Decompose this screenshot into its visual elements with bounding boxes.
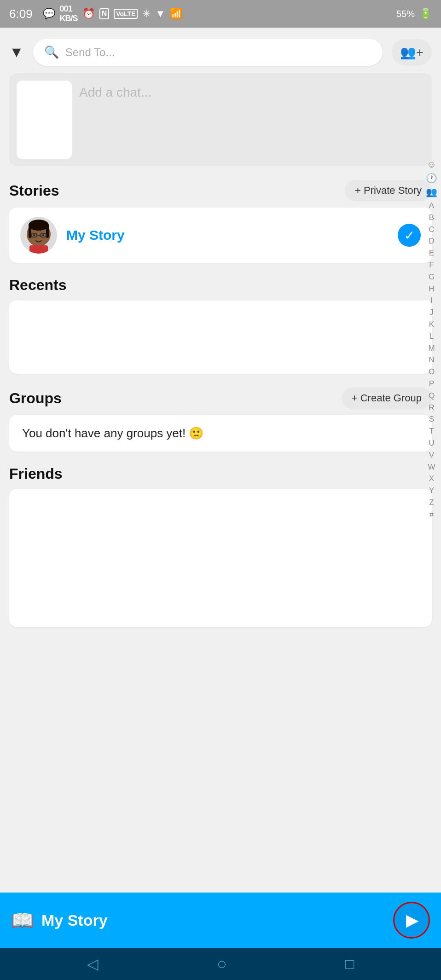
svg-point-1 <box>29 220 49 231</box>
create-group-button[interactable]: + Create Group <box>342 388 432 409</box>
search-input-placeholder: Send To... <box>65 46 115 59</box>
add-friends-button[interactable]: 👥+ <box>392 39 432 65</box>
alphabet-sidebar: ☺ 🕐 👥 A B C D E F G H I J K L M N O P Q … <box>422 157 441 523</box>
stories-title: Stories <box>9 182 59 199</box>
private-story-button[interactable]: + Private Story <box>345 180 432 201</box>
story-avatar <box>20 217 57 254</box>
groups-empty-text: You don't have any groups yet! 🙁 <box>22 426 204 440</box>
alpha-L[interactable]: L <box>429 331 434 342</box>
data-speed-icon: 001KB/S <box>60 4 78 23</box>
friends-card <box>9 489 432 627</box>
chat-area[interactable]: Add a chat... <box>9 73 432 166</box>
main-content: ▼ 🔍 Send To... 👥+ Add a chat... ☺ 🕐 👥 A … <box>0 28 441 719</box>
emoji-sidebar-icon[interactable]: ☺ <box>427 159 436 170</box>
play-icon: ▶ <box>406 910 419 930</box>
home-button[interactable]: ○ <box>217 954 227 974</box>
alpha-Y[interactable]: Y <box>429 485 434 496</box>
story-name: My Story <box>66 227 389 243</box>
recents-section-header: Recents <box>0 272 441 300</box>
alpha-W[interactable]: W <box>428 462 435 473</box>
svg-point-7 <box>33 234 35 236</box>
recents-divider <box>18 300 423 301</box>
alpha-V[interactable]: V <box>429 450 434 461</box>
back-button[interactable]: ◁ <box>87 955 99 973</box>
alpha-J[interactable]: J <box>429 307 434 318</box>
chevron-down-icon[interactable]: ▼ <box>9 44 24 61</box>
play-story-button[interactable]: ▶ <box>393 902 430 939</box>
alpha-U[interactable]: U <box>429 438 434 449</box>
friends-title: Friends <box>9 465 63 482</box>
whatsapp-icon: 💬 <box>43 8 55 20</box>
alpha-S[interactable]: S <box>429 414 434 425</box>
alpha-Q[interactable]: Q <box>429 390 435 401</box>
story-check-icon[interactable]: ✓ <box>398 224 421 247</box>
friends-section-header: Friends <box>0 461 441 489</box>
bluetooth-icon: ✳ <box>142 8 151 20</box>
alpha-I[interactable]: I <box>430 295 433 306</box>
alpha-X[interactable]: X <box>429 473 434 484</box>
alpha-H[interactable]: H <box>429 284 434 295</box>
android-nav-bar: ◁ ○ □ <box>0 948 441 980</box>
bottom-book-icon: 📖 <box>11 910 34 931</box>
groups-card: You don't have any groups yet! 🙁 <box>9 415 432 452</box>
battery-icon: 🔋 <box>419 8 432 20</box>
status-right: 55% 🔋 <box>396 8 432 20</box>
alpha-M[interactable]: M <box>428 343 435 354</box>
search-icon: 🔍 <box>44 45 59 59</box>
chat-avatar-box <box>17 81 72 159</box>
header: ▼ 🔍 Send To... 👥+ <box>0 28 441 73</box>
status-bar: 6:09 💬 001KB/S ⏰ N VoLTE ✳ ▼ 📶 55% 🔋 <box>0 0 441 28</box>
volte-icon: VoLTE <box>114 9 138 19</box>
status-icons: 💬 001KB/S ⏰ N VoLTE ✳ ▼ 📶 <box>43 4 390 23</box>
svg-point-8 <box>42 234 44 236</box>
signal-icon: 📶 <box>170 8 182 20</box>
alpha-G[interactable]: G <box>429 272 435 283</box>
alpha-R[interactable]: R <box>429 402 434 413</box>
alpha-Z[interactable]: Z <box>429 497 434 508</box>
add-friends-icon: 👥+ <box>400 45 424 60</box>
alpha-A[interactable]: A <box>429 200 434 211</box>
alpha-P[interactable]: P <box>429 378 434 389</box>
groups-sidebar-icon[interactable]: 👥 <box>426 186 437 197</box>
recents-card <box>9 300 432 374</box>
alpha-E[interactable]: E <box>429 248 434 259</box>
recents-sidebar-icon[interactable]: 🕐 <box>426 173 437 184</box>
recents-button[interactable]: □ <box>345 956 354 973</box>
alpha-O[interactable]: O <box>429 366 435 377</box>
groups-section-header: Groups + Create Group <box>0 383 441 415</box>
alpha-T[interactable]: T <box>429 426 434 437</box>
svg-rect-9 <box>29 245 48 254</box>
bottom-bar-left: 📖 My Story <box>11 910 108 931</box>
nfc-icon: N <box>99 8 110 19</box>
alpha-K[interactable]: K <box>429 319 434 330</box>
alpha-F[interactable]: F <box>429 260 434 271</box>
battery-percent: 55% <box>396 9 415 19</box>
alpha-D[interactable]: D <box>429 236 434 247</box>
status-time: 6:09 <box>9 7 33 21</box>
recents-title: Recents <box>9 277 67 294</box>
alpha-B[interactable]: B <box>429 212 434 223</box>
chat-placeholder: Add a chat... <box>79 81 151 100</box>
alarm-icon: ⏰ <box>82 8 95 20</box>
alpha-N[interactable]: N <box>429 354 434 365</box>
alpha-hash[interactable]: # <box>429 509 434 520</box>
alpha-C[interactable]: C <box>429 224 434 235</box>
search-bar[interactable]: 🔍 Send To... <box>33 39 383 66</box>
stories-section-header: Stories + Private Story <box>0 175 441 208</box>
groups-title: Groups <box>9 390 62 407</box>
wifi-icon: ▼ <box>155 8 165 20</box>
my-story-card[interactable]: My Story ✓ <box>9 208 432 263</box>
bottom-action-bar: 📖 My Story ▶ <box>0 893 441 948</box>
bottom-story-title: My Story <box>41 911 108 929</box>
